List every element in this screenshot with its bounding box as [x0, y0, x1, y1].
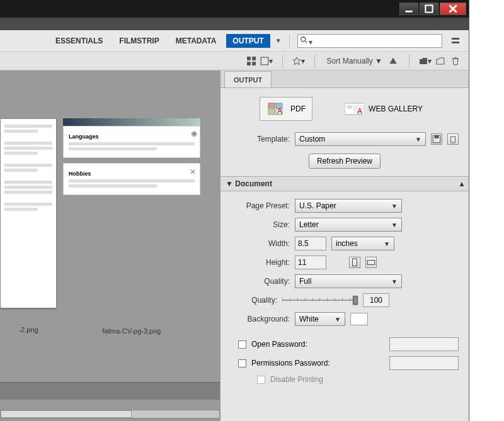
svg-rect-21: [435, 135, 439, 138]
svg-text:A: A: [277, 107, 282, 116]
svg-point-2: [301, 36, 305, 41]
svg-rect-0: [405, 11, 412, 13]
svg-rect-4: [452, 42, 459, 43]
minimize-button[interactable]: [399, 3, 418, 15]
mode-web-button[interactable]: A WEB GALLERY: [338, 97, 430, 121]
panel-tab-output[interactable]: OUTPUT: [224, 71, 272, 87]
svg-rect-1: [425, 5, 432, 12]
svg-rect-17: [347, 105, 352, 109]
search-icon: ▾: [300, 36, 312, 47]
permissions-password-label: Permissions Password:: [251, 359, 330, 368]
page-preset-label: Page Preset:: [231, 201, 290, 210]
divider: [289, 34, 290, 48]
open-password-field[interactable]: [389, 337, 459, 351]
disable-printing-checkbox: [257, 376, 265, 384]
main-area: -2.png Languages ◉ ✕ Hobbies: [0, 70, 469, 421]
svg-rect-9: [261, 57, 269, 65]
permissions-password-field[interactable]: [389, 356, 459, 370]
badge-icon: ◉: [191, 129, 197, 138]
disable-printing-label: Disable Printing: [270, 375, 323, 384]
sort-menu[interactable]: Sort Manually ▼: [324, 57, 385, 65]
quality-select[interactable]: Full▼: [295, 274, 402, 288]
trash-icon[interactable]: [449, 54, 462, 68]
quality-value-field[interactable]: [363, 293, 389, 307]
close-icon[interactable]: ✕: [190, 167, 196, 176]
svg-rect-8: [253, 62, 256, 65]
divider: [282, 54, 283, 68]
permissions-password-checkbox[interactable]: [238, 359, 246, 368]
template-select[interactable]: Custom▼: [295, 132, 426, 146]
size-label: Size:: [231, 220, 290, 229]
open-password-label: Open Password:: [251, 340, 307, 349]
titlebar: [0, 0, 469, 18]
width-label: Width:: [231, 239, 290, 248]
template-label: Template:: [231, 135, 290, 143]
cv-card[interactable]: Languages ◉: [63, 126, 200, 158]
svg-marker-10: [293, 57, 301, 65]
tab-filmstrip[interactable]: FILMSTRIP: [113, 34, 165, 48]
background-select[interactable]: White▼: [295, 312, 345, 326]
maximize-button[interactable]: [420, 3, 438, 15]
svg-rect-5: [247, 57, 251, 60]
refresh-preview-button[interactable]: Refresh Preview: [309, 154, 381, 169]
quality-slider[interactable]: [282, 294, 358, 306]
divider: [409, 54, 410, 68]
mode-pdf-button[interactable]: A PDF: [260, 97, 312, 121]
toolbar: ▾ ▾ Sort Manually ▼ ▾: [0, 52, 469, 70]
svg-rect-11: [268, 103, 275, 108]
height-field[interactable]: [295, 255, 326, 269]
new-folder-icon[interactable]: [433, 54, 447, 68]
svg-text:A: A: [357, 107, 362, 116]
background-label: Background:: [231, 315, 290, 323]
output-panel: OUTPUT A PDF A WEB GALLERY Template:: [220, 70, 469, 421]
svg-rect-23: [367, 261, 375, 265]
svg-rect-3: [452, 38, 459, 40]
cv-card[interactable]: ✕ Hobbies: [63, 163, 200, 195]
workspace-tabs: ESSENTIALS FILMSTRIP METADATA OUTPUT ▼ ▾: [0, 30, 469, 52]
svg-rect-6: [253, 57, 256, 60]
page-preset-select[interactable]: U.S. Paper▼: [295, 199, 402, 213]
save-template-icon[interactable]: [431, 133, 442, 145]
compact-mode-icon[interactable]: [449, 34, 462, 48]
quality-slider-label: Quality:: [231, 296, 277, 305]
scroll-up-icon[interactable]: ▴: [460, 179, 464, 188]
horizontal-scrollbar[interactable]: [0, 410, 220, 418]
tab-essentials[interactable]: ESSENTIALS: [49, 34, 109, 48]
search-input[interactable]: [297, 34, 442, 48]
grid-view-icon[interactable]: [244, 54, 258, 68]
thumbnail[interactable]: [0, 118, 57, 308]
document-section-header[interactable]: ▼ Document ▴: [220, 176, 469, 191]
svg-rect-22: [353, 259, 357, 266]
height-label: Height:: [231, 258, 290, 267]
width-field[interactable]: [295, 237, 326, 250]
quality-label: Quality:: [231, 277, 290, 286]
thumbnail-label: fatma-CV-pg-3.png: [63, 327, 200, 335]
landscape-orientation-icon[interactable]: [365, 257, 377, 268]
svg-rect-13: [268, 109, 275, 115]
divider: [314, 54, 315, 68]
width-unit-select[interactable]: inches▼: [331, 237, 394, 250]
tab-output[interactable]: OUTPUT: [226, 34, 270, 48]
svg-rect-7: [247, 62, 251, 65]
content-pane: -2.png Languages ◉ ✕ Hobbies: [0, 70, 220, 421]
chevron-down-icon[interactable]: ▼: [275, 37, 282, 44]
thumbnail-label: -2.png: [0, 326, 57, 334]
header-strip: [0, 18, 469, 30]
delete-template-icon[interactable]: [447, 133, 459, 145]
sort-ascending-icon[interactable]: [386, 54, 400, 68]
pdf-icon: A: [266, 101, 285, 116]
open-recent-icon[interactable]: ▾: [418, 54, 432, 68]
tab-metadata[interactable]: METADATA: [169, 34, 223, 48]
open-password-checkbox[interactable]: [238, 340, 246, 349]
size-select[interactable]: Letter▼: [295, 218, 402, 232]
background-swatch[interactable]: [350, 313, 368, 325]
mode-web-label: WEB GALLERY: [369, 104, 423, 113]
web-gallery-icon: A: [345, 101, 364, 116]
close-button[interactable]: [440, 3, 466, 15]
star-rating-icon[interactable]: ▾: [292, 54, 306, 68]
app-window: ESSENTIALS FILMSTRIP METADATA OUTPUT ▼ ▾…: [0, 0, 469, 421]
filter-icon[interactable]: ▾: [260, 54, 273, 68]
mode-pdf-label: PDF: [290, 104, 306, 113]
portrait-orientation-icon[interactable]: [349, 257, 360, 268]
